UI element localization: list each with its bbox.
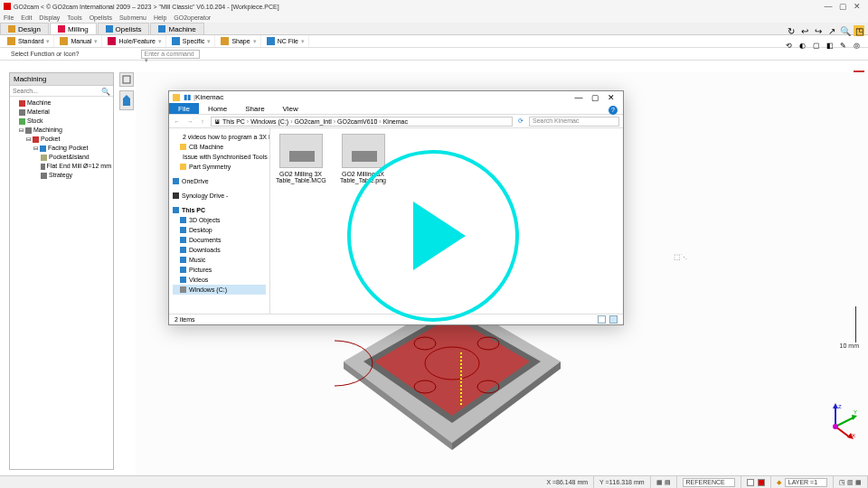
status-color-swatches[interactable]	[741, 476, 771, 488]
view-tool-icon[interactable]: ◎	[854, 42, 864, 52]
menu-opelists[interactable]: Opelists	[90, 14, 112, 21]
command-input[interactable]: Enter a command ▾	[141, 50, 200, 59]
ribbon-nc-file[interactable]: NC File ▾	[263, 35, 309, 47]
view-tool-icon[interactable]: ↗	[826, 25, 837, 36]
explorer-titlebar[interactable]: ▮▮ | Kinemac — ▢ ✕	[169, 91, 623, 103]
view-details-icon[interactable]	[598, 315, 606, 324]
tree-node[interactable]: ⊟Machining	[12, 126, 111, 135]
operation-tree[interactable]: MachineMaterialStock⊟Machining⊟Pocket⊟Fa…	[10, 97, 113, 182]
maximize-button[interactable]: ▢	[835, 2, 850, 11]
explorer-maximize[interactable]: ▢	[587, 93, 603, 102]
view-tool-icon[interactable]: ▢	[813, 42, 824, 52]
menu-help[interactable]: Help	[154, 14, 166, 21]
tab-icon	[8, 25, 15, 33]
breadcrumb-path[interactable]: 🖥This PCWindows (C:)GO2cam_IntlGO2camV61…	[211, 117, 513, 127]
expand-icon[interactable]: ⊟	[33, 144, 38, 153]
tree-search-input[interactable]	[10, 86, 113, 97]
breadcrumb-item[interactable]: This PC	[222, 118, 249, 125]
menu-submenu[interactable]: Submenu	[119, 14, 146, 21]
explorer-tab-view[interactable]: View	[274, 103, 307, 114]
explorer-close[interactable]: ✕	[603, 93, 619, 102]
tree-node[interactable]: Machine	[12, 99, 111, 108]
menu-go2operator[interactable]: GO2operator	[174, 14, 211, 21]
tab-design[interactable]: Design	[0, 23, 49, 34]
view-tool-icon[interactable]: ◐	[799, 42, 810, 52]
status-view-icons[interactable]: ▦ ▤	[651, 476, 677, 488]
status-reference[interactable]: REFERENCE	[677, 476, 741, 488]
nav-item[interactable]: Windows (C:)	[173, 285, 266, 295]
close-button[interactable]: ✕	[850, 2, 864, 11]
breadcrumb-item[interactable]: Windows (C:)	[250, 118, 292, 125]
nav-item[interactable]: Pictures	[173, 265, 266, 275]
nav-up[interactable]: ↑	[198, 118, 207, 125]
tree-node[interactable]: ⊟Facing Pocket	[12, 144, 111, 153]
ribbon-specific[interactable]: Specific ▾	[168, 35, 216, 47]
tree-node[interactable]: ⊟Pocket	[12, 135, 111, 144]
search-icon[interactable]: 🔍	[101, 88, 110, 96]
nav-forward[interactable]: →	[185, 118, 194, 125]
nav-item[interactable]: 2 videos how to program a 3X Debu	[173, 132, 266, 142]
ribbon-standard[interactable]: Standard ▾	[4, 35, 54, 47]
view-tool-icon[interactable]: ⟲	[786, 42, 797, 52]
nav-item[interactable]: Music	[173, 255, 266, 265]
ribbon-manual[interactable]: Manual ▾	[56, 35, 102, 47]
tab-icon	[58, 25, 65, 33]
ribbon-shape[interactable]: Shape ▾	[217, 35, 260, 47]
viewport-scale: 10 mm	[840, 306, 859, 349]
side-tool-column	[119, 72, 134, 110]
breadcrumb-item[interactable]: GO2cam_Intl	[294, 118, 335, 125]
explorer-tab-home[interactable]: Home	[199, 103, 236, 114]
view-tool-icon[interactable]: ↩	[799, 25, 810, 36]
view-tool-icon[interactable]: ◧	[826, 42, 837, 52]
side-tool-2[interactable]	[119, 90, 134, 110]
refresh-button[interactable]: ⟳	[516, 117, 525, 125]
ribbon-hole-feature[interactable]: Hole/Feature ▾	[104, 35, 165, 47]
tab-opelists[interactable]: Opelists	[98, 23, 150, 34]
expand-icon[interactable]: ⊟	[26, 135, 31, 144]
tab-machine[interactable]: Machine	[150, 23, 203, 34]
tree-node[interactable]: Flat End Mill Ø=12 mm	[12, 162, 111, 171]
tree-node[interactable]: Pocket&Island	[12, 153, 111, 162]
minimize-button[interactable]: —	[821, 2, 835, 11]
video-play-overlay[interactable]	[347, 150, 519, 322]
side-tool-1[interactable]	[119, 72, 134, 87]
explorer-search-input[interactable]: Search Kinemac	[529, 117, 619, 127]
nav-back[interactable]: ←	[173, 118, 182, 125]
view-tool-icon[interactable]: 🔍	[840, 25, 851, 36]
menu-edit[interactable]: Edit	[21, 14, 32, 21]
tree-node[interactable]: Stock	[12, 117, 111, 126]
menu-tools[interactable]: Tools	[67, 14, 81, 21]
menu-display[interactable]: Display	[39, 14, 60, 21]
nav-item[interactable]: Desktop	[173, 225, 266, 235]
explorer-minimize[interactable]: —	[571, 93, 587, 102]
nav-item[interactable]: CB Machine	[173, 142, 266, 152]
explorer-tab-share[interactable]: Share	[236, 103, 273, 114]
view-tool-icon[interactable]: ◳	[854, 25, 864, 36]
tree-node[interactable]: Material	[12, 108, 111, 117]
tree-node[interactable]: Strategy	[12, 171, 111, 180]
status-layer[interactable]: ◆LAYER =1	[771, 476, 834, 488]
nav-item[interactable]: Issue with Synchronised Tools	[173, 152, 266, 162]
view-tiles-icon[interactable]	[609, 315, 618, 324]
nav-item[interactable]: 3D Objects	[173, 215, 266, 225]
nav-item[interactable]: OneDrive	[173, 176, 266, 186]
nav-item[interactable]: This PC	[173, 205, 266, 215]
file-item[interactable]: GO2 Milling 3X Table_Table.MCG	[276, 134, 326, 183]
explorer-nav-tree[interactable]: 2 videos how to program a 3X DebuCB Mach…	[169, 128, 270, 314]
help-icon[interactable]: ?	[609, 106, 618, 115]
view-tool-icon[interactable]: ↻	[786, 25, 797, 36]
nav-item[interactable]: Videos	[173, 275, 266, 285]
expand-icon[interactable]: ⊟	[19, 126, 24, 135]
menu-file[interactable]: File	[4, 14, 14, 21]
nav-item[interactable]: Part Symmetry	[173, 162, 266, 172]
explorer-tab-file[interactable]: File	[169, 103, 199, 114]
nav-item[interactable]: Synology Drive -	[173, 191, 266, 201]
nav-item[interactable]: Downloads	[173, 245, 266, 255]
status-extra-icons[interactable]: ◳ ▥ ▦	[834, 476, 868, 488]
view-tool-icon[interactable]: ↪	[813, 25, 824, 36]
breadcrumb-item[interactable]: Kinemac	[383, 118, 408, 125]
tab-milling[interactable]: Milling	[50, 23, 97, 34]
view-tool-icon[interactable]: ✎	[840, 42, 851, 52]
breadcrumb-item[interactable]: GO2camV610	[337, 118, 382, 125]
nav-item[interactable]: Documents	[173, 235, 266, 245]
